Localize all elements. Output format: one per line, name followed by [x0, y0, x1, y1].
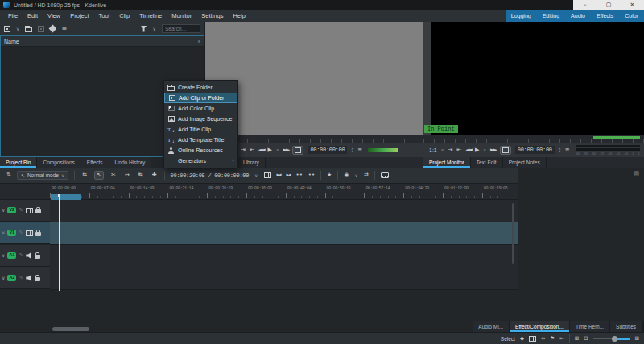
marker-toggle-icon[interactable]: ◆: [520, 336, 524, 342]
menu-item-add-clip-or-folder[interactable]: Add Clip or Folder: [164, 93, 237, 103]
workspace-button-color[interactable]: Color: [619, 10, 644, 22]
filter-icon[interactable]: [141, 26, 147, 32]
tab-undo-history[interactable]: Undo History: [109, 157, 152, 168]
filter-chevron-icon[interactable]: ∨: [153, 27, 156, 31]
tab-effects[interactable]: Effects: [81, 157, 109, 168]
selection-tool-button[interactable]: ↖: [94, 171, 104, 180]
zoom-fit-button[interactable]: ⊞: [575, 336, 579, 342]
set-in-point-icon[interactable]: ⇥: [241, 147, 246, 153]
track-header-a1[interactable]: ∨A1✎: [0, 245, 50, 267]
add-clip-chevron-icon[interactable]: ∨: [16, 27, 19, 31]
playhead[interactable]: [59, 194, 60, 291]
monitor-menu-icon[interactable]: ≡: [357, 147, 362, 153]
rewind-icon[interactable]: ◄◄: [465, 147, 471, 153]
menu-item-edit[interactable]: Edit: [23, 10, 43, 22]
project-monitor-timecode[interactable]: 00:00:00:00: [515, 146, 555, 154]
tab-audio-mi[interactable]: Audio Mi...: [473, 321, 510, 332]
forward-icon[interactable]: ►►: [490, 147, 496, 153]
menu-item-add-title-clip[interactable]: Add Title Clip: [164, 124, 237, 135]
zoom-slider-handle[interactable]: [612, 336, 617, 342]
add-clip-icon[interactable]: [4, 26, 10, 32]
workspace-button-audio[interactable]: Audio: [565, 10, 591, 22]
effects-enabled-icon[interactable]: ✎: [19, 276, 23, 281]
workspace-button-editing[interactable]: Editing: [537, 10, 565, 22]
project-monitor-screen[interactable]: In Point: [423, 22, 644, 135]
play-icon[interactable]: ▶: [475, 147, 479, 153]
video-thumbnails-toggle-icon[interactable]: [264, 172, 271, 178]
audio-track-icon[interactable]: [26, 252, 32, 259]
zoom-level-select[interactable]: 1:1: [429, 147, 437, 153]
spacer-tool-button[interactable]: ↔: [123, 172, 131, 179]
menu-item-generators[interactable]: Generators›: [164, 155, 237, 166]
menu-item-help[interactable]: Help: [228, 10, 250, 22]
overwrite-transition-icon[interactable]: ▸◂: [287, 172, 291, 178]
create-folder-icon[interactable]: [25, 27, 32, 32]
chevron-down-icon[interactable]: ∨: [2, 253, 5, 258]
close-button[interactable]: ✕: [621, 0, 644, 10]
menu-item-create-folder[interactable]: Create Folder: [164, 82, 237, 93]
timeline-zoom-slider[interactable]: [593, 335, 630, 342]
record-chevron-icon[interactable]: ∨: [355, 173, 358, 178]
menu-item-timeline[interactable]: Timeline: [134, 10, 167, 22]
lock-icon[interactable]: [35, 277, 40, 281]
set-in-point-icon[interactable]: ⇥: [448, 147, 452, 153]
track-header-v1[interactable]: ∨V1✎: [0, 222, 50, 244]
play-icon[interactable]: ▶: [268, 147, 272, 153]
thumbnails-toggle-icon[interactable]: [529, 336, 536, 342]
loop-zone-button[interactable]: [292, 146, 303, 155]
insert-transition-icon[interactable]: ▸◂: [277, 172, 281, 178]
video-track-icon[interactable]: [26, 230, 33, 236]
marker-comments-toggle-icon[interactable]: ••: [308, 172, 315, 178]
record-icon[interactable]: ◉: [344, 172, 349, 178]
multicam-tool-button[interactable]: ✚: [151, 172, 159, 179]
play-chevron-icon[interactable]: ∨: [276, 148, 279, 152]
menu-item-tool[interactable]: Tool: [94, 10, 115, 22]
timeline-timecode[interactable]: 00:00:20:05 / 00:00:00:00: [171, 172, 250, 179]
timecode-chevron-icon[interactable]: ∨: [254, 173, 258, 178]
search-input[interactable]: [162, 24, 200, 33]
loop-zone-button[interactable]: [500, 146, 511, 155]
menu-item-clip[interactable]: Clip: [114, 10, 134, 22]
chevron-down-icon[interactable]: ∨: [2, 208, 5, 213]
set-out-point-icon[interactable]: ⇤: [456, 147, 461, 153]
chevron-down-icon[interactable]: ∨: [2, 230, 5, 235]
timeline-vertical-scrollbar[interactable]: [512, 203, 514, 264]
set-out-point-icon[interactable]: ⇤: [250, 147, 254, 153]
menu-item-view[interactable]: View: [43, 10, 65, 22]
tab-project-monitor[interactable]: Project Monitor: [423, 157, 471, 168]
menu-item-project[interactable]: Project: [65, 10, 93, 22]
razor-tool-button[interactable]: ✂: [109, 172, 118, 179]
effects-enabled-icon[interactable]: ✎: [19, 230, 23, 236]
zoom-in-button[interactable]: ⊞: [635, 336, 639, 342]
forward-icon[interactable]: ►►: [283, 147, 289, 153]
lock-icon[interactable]: [35, 255, 40, 259]
menu-item-file[interactable]: File: [3, 10, 23, 22]
menu-item-online-resources[interactable]: Online Resources: [164, 145, 237, 155]
track-lane-a1[interactable]: [50, 245, 518, 267]
monitor-zone-bar[interactable]: [593, 136, 640, 139]
clip-monitor-timecode[interactable]: 00:00:00:00: [308, 146, 347, 154]
timeline-horizontal-scrollbar[interactable]: [52, 327, 89, 331]
timecode-spinner[interactable]: ∧∨: [559, 147, 561, 152]
workspace-button-effects[interactable]: Effects: [591, 10, 619, 22]
timeline-adjust-icon[interactable]: ⇅: [6, 172, 11, 178]
video-track-icon[interactable]: [26, 208, 33, 213]
tab-library[interactable]: Library: [237, 157, 266, 168]
tag-icon[interactable]: [49, 25, 57, 33]
monitor-menu-icon[interactable]: ≡: [565, 147, 570, 153]
minimize-button[interactable]: –: [573, 0, 597, 10]
timeline-ruler[interactable]: 00:00:00:0000:00:07:0400:00:14:0900:00:2…: [50, 184, 518, 200]
mixer-icon[interactable]: ⇄: [364, 172, 369, 178]
menu-item-monitor[interactable]: Monitor: [167, 10, 196, 22]
effects-enabled-icon[interactable]: ✎: [19, 208, 23, 213]
menu-item-add-image-sequence[interactable]: Add Image Sequence: [164, 114, 237, 124]
workspace-button-logging[interactable]: Logging: [506, 10, 537, 22]
keyboard-icon[interactable]: [381, 172, 389, 178]
track-lane-v2[interactable]: [50, 200, 518, 222]
maximize-button[interactable]: ▢: [597, 0, 620, 10]
menu-item-settings[interactable]: Settings: [196, 10, 228, 22]
panel-options-icon[interactable]: ▤: [634, 171, 639, 176]
timecode-spinner[interactable]: ∧∨: [351, 147, 353, 152]
lock-icon[interactable]: [35, 209, 41, 213]
track-header-v2[interactable]: ∨V2✎: [0, 200, 50, 222]
